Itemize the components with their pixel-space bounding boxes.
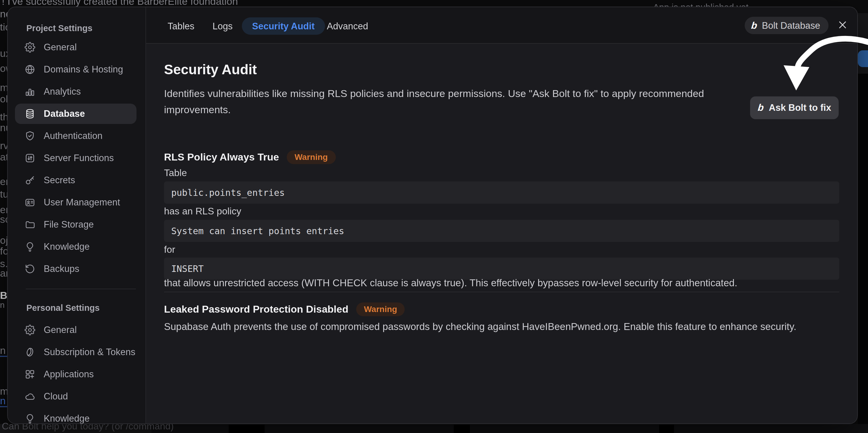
sidebar-item-label: Authentication: [44, 131, 103, 141]
code-value: INSERT: [171, 263, 204, 274]
sidebar-item-database[interactable]: Database: [15, 104, 136, 124]
bolt-database-button[interactable]: b Bolt Database: [745, 17, 829, 34]
page-title: Security Audit: [164, 62, 257, 78]
code-value: System can insert points entries: [171, 226, 344, 236]
sidebar-item-analytics[interactable]: Analytics: [15, 82, 136, 102]
warning-badge: Warning: [356, 302, 405, 316]
tab-logs[interactable]: Logs: [213, 18, 232, 35]
database-tabbar: Tables Logs Security Audit Advanced b Bo…: [146, 7, 857, 44]
sidebar-item-label: General: [44, 325, 76, 336]
server-functions-icon: [25, 153, 35, 164]
key-icon: [25, 175, 35, 186]
code-box-operation: INSERT: [164, 258, 839, 280]
sidebar-item-label: Backups: [44, 263, 79, 274]
sidebar-item-authentication[interactable]: Authentication: [15, 126, 136, 146]
sidebar-item-label: Cloud: [44, 391, 68, 402]
ask-bolt-to-fix-button[interactable]: b Ask Bolt to fix: [750, 96, 839, 119]
sidebar-item-domains-hosting[interactable]: Domains & Hosting: [15, 59, 136, 80]
close-icon[interactable]: [836, 19, 848, 31]
bg-preview-area: [858, 74, 868, 433]
grid-plus-icon: [25, 369, 35, 380]
ask-bolt-label: Ask Bolt to fix: [769, 103, 831, 113]
bolt-database-label: Bolt Database: [762, 20, 820, 31]
project-settings-modal: Project Settings General Domains & Hosti…: [7, 7, 858, 424]
field-label-for: for: [164, 244, 175, 255]
globe-icon: [25, 64, 35, 75]
section-divider: [164, 292, 839, 292]
lightbulb-icon: [25, 413, 35, 424]
settings-main-panel: Tables Logs Security Audit Advanced b Bo…: [146, 7, 857, 424]
issue-title: RLS Policy Always True: [164, 151, 279, 163]
sidebar-item-label: Server Functions: [44, 153, 114, 164]
sidebar-item-label: Secrets: [44, 175, 75, 186]
security-audit-content: Security Audit Identifies vulnerabilitie…: [146, 44, 857, 424]
issue-title: Leaked Password Protection Disabled: [164, 304, 348, 315]
sidebar-item-secrets[interactable]: Secrets: [15, 170, 136, 191]
sidebar-item-subscription-tokens[interactable]: Subscription & Tokens: [15, 342, 136, 362]
history-icon: [25, 263, 35, 274]
sidebar-item-personal-general[interactable]: General: [15, 320, 136, 340]
issue-explanation: Supabase Auth prevents the use of compro…: [164, 321, 797, 333]
sidebar-item-server-functions[interactable]: Server Functions: [15, 148, 136, 168]
sidebar-item-backups[interactable]: Backups: [15, 259, 136, 279]
issue-rls-policy: RLS Policy Always True Warning: [164, 150, 336, 164]
bolt-logo-icon: b: [751, 21, 757, 30]
sidebar-item-personal-knowledge[interactable]: Knowledge: [15, 408, 136, 424]
bg-terminal-fragment: [454, 425, 470, 433]
sidebar-divider: [26, 289, 136, 289]
sidebar-item-user-management[interactable]: User Management: [15, 192, 136, 212]
sidebar-item-applications[interactable]: Applications: [15, 364, 136, 384]
sidebar-item-label: Subscription & Tokens: [44, 347, 135, 357]
gear-icon: [25, 325, 35, 336]
coin-icon: [25, 347, 35, 357]
sidebar-item-label: Applications: [44, 369, 94, 380]
sidebar-item-label: General: [44, 42, 76, 53]
sidebar-item-label: Knowledge: [44, 413, 90, 424]
database-icon: [25, 108, 35, 119]
bg-terminal-fragment: [659, 425, 674, 433]
sidebar-item-general[interactable]: General: [15, 37, 136, 57]
gear-icon: [25, 42, 35, 53]
sidebar-item-label: Analytics: [44, 86, 81, 97]
screen: ! I've successfully created the BarberEl…: [0, 0, 868, 433]
sidebar-item-file-storage[interactable]: File Storage: [15, 214, 136, 235]
tab-tables[interactable]: Tables: [167, 18, 194, 35]
settings-sidebar: Project Settings General Domains & Hosti…: [8, 7, 146, 424]
page-description: Identifies vulnerabilities like missing …: [164, 86, 772, 118]
bolt-logo-icon: b: [757, 103, 764, 113]
sidebar-item-cloud[interactable]: Cloud: [15, 386, 136, 407]
shield-check-icon: [25, 131, 35, 141]
field-label-policy: has an RLS policy: [164, 206, 241, 217]
sidebar-item-knowledge[interactable]: Knowledge: [15, 236, 136, 257]
code-value: public.points_entries: [171, 187, 285, 198]
issue-leaked-password: Leaked Password Protection Disabled Warn…: [164, 302, 405, 316]
bar-chart-icon: [25, 86, 35, 97]
tab-security-audit[interactable]: Security Audit: [242, 18, 325, 35]
bg-blue-button-sliver[interactable]: [858, 50, 868, 67]
cloud-icon: [25, 391, 35, 402]
project-settings-header: Project Settings: [26, 23, 92, 33]
sidebar-item-label: File Storage: [44, 219, 94, 230]
field-label-table: Table: [164, 168, 187, 178]
id-card-icon: [25, 197, 35, 208]
code-box-table: public.points_entries: [164, 181, 839, 204]
code-box-policy: System can insert points entries: [164, 220, 839, 242]
lightbulb-icon: [25, 241, 35, 252]
sidebar-item-label: User Management: [44, 197, 120, 208]
tab-advanced[interactable]: Advanced: [327, 18, 368, 35]
sidebar-item-label: Knowledge: [44, 241, 90, 252]
bg-terminal-fragment: [229, 425, 265, 433]
folder-icon: [25, 219, 35, 230]
personal-settings-header: Personal Settings: [26, 303, 100, 313]
sidebar-item-label: Database: [44, 108, 85, 119]
warning-badge: Warning: [287, 150, 336, 164]
sidebar-item-label: Domains & Hosting: [44, 64, 123, 75]
issue-explanation: that allows unrestricted access (WITH CH…: [164, 277, 737, 289]
